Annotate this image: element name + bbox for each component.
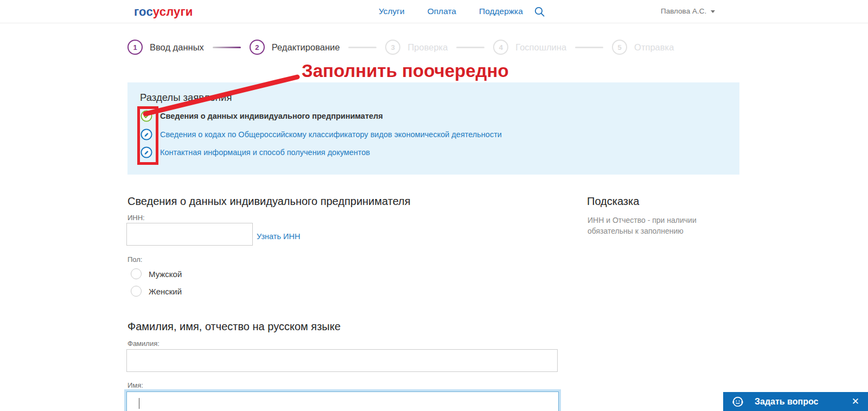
step-4-circle: 4 (493, 40, 508, 55)
step-2-circle: 2 (250, 40, 265, 55)
ask-question-label: Задать вопрос (755, 397, 818, 407)
step-1: 1 Ввод данных (127, 40, 204, 55)
section-item-okved-codes[interactable]: Сведения о кодах по Общероссийскому клас… (141, 128, 502, 141)
annotation-text: Заполнить поочередно (302, 61, 509, 81)
nav-item-support[interactable]: Поддержка (479, 7, 523, 16)
step-connector (575, 47, 603, 48)
section-item-label: Контактная информация и способ получения… (160, 148, 370, 157)
logo-part-blue: гос (134, 5, 153, 18)
annotation-highlight-rectangle (137, 106, 158, 165)
hint-title: Подсказка (587, 195, 639, 208)
inn-input[interactable] (126, 223, 253, 246)
search-icon[interactable] (534, 6, 546, 18)
find-inn-link[interactable]: Узнать ИНН (257, 232, 300, 241)
hint-text: ИНН и Отчество - при наличии обязательны… (588, 215, 704, 237)
text-cursor (139, 398, 139, 409)
logo-part-red: услуги (153, 5, 193, 18)
step-1-circle: 1 (127, 40, 143, 55)
chevron-down-icon (711, 10, 715, 13)
step-2-label: Редактирование (272, 42, 340, 53)
section1-title: Сведения о данных индивидуального предпр… (127, 195, 411, 208)
step-5: 5 Отправка (612, 40, 674, 55)
section-item-label: Сведения о кодах по Общероссийскому клас… (160, 130, 502, 139)
top-header: госуслуги Услуги Оплата Поддержка Павлов… (0, 0, 868, 23)
main-nav: Услуги Оплата Поддержка (379, 7, 523, 16)
firstname-input[interactable] (126, 391, 559, 411)
gosuslugi-logo[interactable]: госуслуги (134, 5, 193, 19)
gender-radio-female[interactable]: Женский (131, 286, 182, 297)
wizard-stepper: 1 Ввод данных 2 Редактирование 3 Проверк… (127, 38, 674, 56)
gender-option-label: Мужской (149, 269, 182, 279)
support-smiley-icon (731, 395, 745, 409)
step-4-label: Госпошлина (515, 42, 566, 53)
surname-input[interactable] (126, 349, 558, 372)
step-3: 3 Проверка (385, 40, 448, 55)
step-3-circle: 3 (385, 40, 400, 55)
gender-label: Пол: (127, 255, 143, 264)
section-item-label: Сведения о данных индивидуального предпр… (160, 112, 383, 120)
user-name: Павлова А.С. (661, 7, 706, 15)
step-4: 4 Госпошлина (493, 40, 566, 55)
section2-title: Фамилия, имя, отчество на русском языке (127, 320, 341, 333)
step-3-label: Проверка (407, 42, 448, 53)
step-1-label: Ввод данных (150, 42, 204, 53)
step-2: 2 Редактирование (250, 40, 340, 55)
step-connector (456, 47, 484, 48)
nav-item-payment[interactable]: Оплата (427, 7, 456, 16)
inn-label: ИНН: (127, 214, 145, 222)
surname-label: Фамилия: (127, 339, 159, 348)
user-menu[interactable]: Павлова А.С. (661, 7, 715, 15)
gender-radio-male[interactable]: Мужской (131, 268, 182, 279)
close-icon[interactable]: ✕ (852, 397, 859, 406)
sections-panel-title: Разделы заявления (140, 92, 232, 104)
step-5-label: Отправка (634, 42, 674, 53)
radio-icon[interactable] (131, 286, 142, 297)
ask-question-bar[interactable]: Задать вопрос ✕ (723, 392, 868, 411)
section-item-entrepreneur-data[interactable]: Сведения о данных индивидуального предпр… (141, 110, 383, 123)
step-connector (213, 47, 241, 48)
section-item-contact-info[interactable]: Контактная информация и способ получения… (141, 146, 370, 159)
step-connector (348, 47, 376, 48)
nav-item-services[interactable]: Услуги (379, 7, 405, 16)
gender-option-label: Женский (149, 287, 182, 296)
firstname-label: Имя: (127, 381, 143, 389)
radio-icon[interactable] (131, 268, 142, 279)
application-sections-panel: Разделы заявления Сведения о данных инди… (127, 82, 739, 175)
step-5-circle: 5 (612, 40, 627, 55)
